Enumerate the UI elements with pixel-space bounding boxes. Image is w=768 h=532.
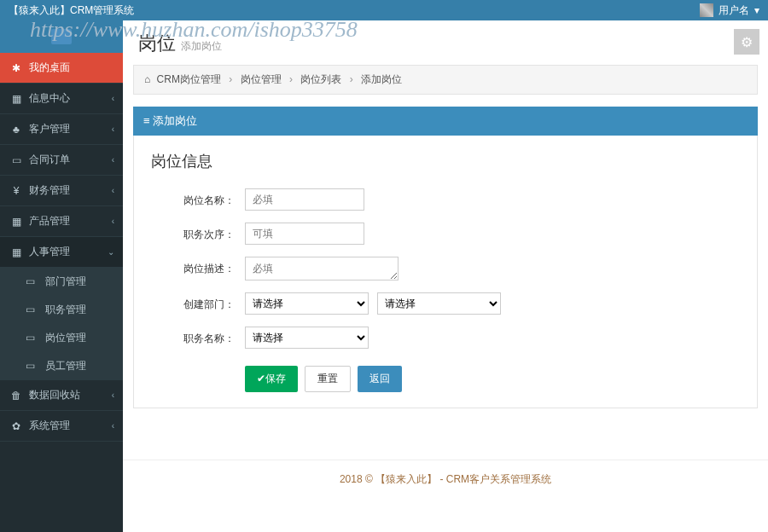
settings-button[interactable]: ⚙ [734, 29, 759, 55]
sidebar: ✱ 我的桌面 ▦ 信息中心 ‹ ♣ 客户管理 ‹ ▭ 合同订单 ‹ ¥ 财务管理… [0, 20, 123, 532]
reset-button[interactable]: 重置 [305, 366, 351, 392]
home-icon: ✱ [10, 62, 22, 74]
order-input[interactable] [245, 223, 364, 245]
dept-select-1[interactable]: 请选择 [245, 292, 369, 315]
chevron-left-icon: ‹ [112, 217, 114, 226]
chevron-left-icon: ‹ [112, 124, 114, 134]
avatar [700, 3, 713, 17]
button-row: ✔保存 重置 返回 [245, 366, 740, 392]
panel-body: 岗位信息 岗位名称： 职务次序： 岗位描述： 创建部门： [133, 136, 758, 408]
file-icon: ▭ [10, 154, 22, 166]
chevron-left-icon: ‹ [112, 94, 114, 103]
sidebar-item-label: 职务管理 [45, 304, 86, 315]
breadcrumb-item[interactable]: 岗位管理 [241, 73, 282, 85]
sidebar-item-label: 财务管理 [29, 183, 70, 198]
grid-icon: ▦ [10, 216, 22, 228]
chevron-left-icon: ‹ [112, 390, 114, 400]
form-row-dept: 创建部门： 请选择 请选择 [151, 292, 740, 315]
breadcrumb-separator: › [289, 73, 293, 85]
back-button[interactable]: 返回 [358, 366, 402, 392]
sidebar-item-label: 信息中心 [29, 91, 70, 106]
grid-icon: ▦ [10, 246, 22, 258]
sidebar-item-hr[interactable]: ▦ 人事管理 ⌄ [0, 237, 123, 268]
sidebar-item-label: 合同订单 [29, 153, 70, 167]
gear-icon: ⚙ [741, 34, 753, 50]
sidebar-item-label: 人事管理 [29, 245, 70, 259]
save-button[interactable]: ✔保存 [245, 366, 298, 392]
sidebar-subitem-duty[interactable]: ▭ 职务管理 [0, 296, 123, 324]
sidebar-item-label: 员工管理 [45, 360, 86, 372]
page-header: 岗位 添加岗位 ⚙ [123, 20, 768, 65]
sidebar-item-info[interactable]: ▦ 信息中心 ‹ [0, 84, 123, 114]
sidebar-item-label: 部门管理 [45, 275, 86, 287]
sidebar-item-customer[interactable]: ♣ 客户管理 ‹ [0, 114, 123, 145]
file-icon: ▭ [26, 304, 38, 315]
gear-icon: ✿ [10, 420, 22, 432]
form-panel: ≡ 添加岗位 岗位信息 岗位名称： 职务次序： 岗位描述： 创建部门： [133, 107, 758, 408]
users-icon: ♣ [10, 124, 22, 136]
yen-icon: ¥ [10, 185, 22, 197]
dept-label: 创建部门： [151, 292, 245, 312]
chevron-down-icon: ▾ [754, 0, 759, 20]
topbar: 【猿来入此】CRM管理系统 用户名 ▾ [0, 0, 768, 20]
user-menu[interactable]: 用户名 ▾ [700, 0, 759, 20]
chevron-left-icon: ‹ [112, 421, 114, 431]
dept-select-2[interactable]: 请选择 [377, 292, 501, 315]
grid-icon: ▦ [10, 93, 22, 105]
page-title: 岗位 [138, 31, 176, 56]
sidebar-item-system[interactable]: ✿ 系统管理 ‹ [0, 411, 123, 442]
trash-icon: 🗑 [10, 390, 22, 402]
sidebar-submenu: ▭ 部门管理 ▭ 职务管理 ▭ 岗位管理 ▭ 员工管理 [0, 268, 123, 380]
form-row-jobname: 职务名称： 请选择 [151, 327, 740, 349]
check-icon: ✔ [257, 373, 265, 385]
file-icon: ▭ [26, 360, 38, 372]
sidebar-item-label: 客户管理 [29, 122, 70, 136]
form-row-name: 岗位名称： [151, 188, 740, 211]
logo-box[interactable] [0, 20, 123, 53]
page-subtitle: 添加岗位 [181, 39, 222, 54]
chevron-left-icon: ‹ [112, 155, 114, 165]
desc-textarea[interactable] [245, 257, 399, 280]
logo-icon [51, 29, 72, 44]
jobname-label: 职务名称： [151, 327, 245, 346]
name-label: 岗位名称： [151, 188, 245, 208]
form-row-order: 职务次序： [151, 223, 740, 245]
sidebar-item-recycle[interactable]: 🗑 数据回收站 ‹ [0, 380, 123, 411]
main-content: 岗位 添加岗位 ⚙ ⌂ CRM岗位管理 › 岗位管理 › 岗位列表 › 添加岗位… [123, 20, 768, 532]
file-icon: ▭ [26, 332, 38, 344]
user-label: 用户名 [719, 0, 749, 20]
breadcrumb: ⌂ CRM岗位管理 › 岗位管理 › 岗位列表 › 添加岗位 [133, 65, 758, 95]
sidebar-item-label: 我的桌面 [29, 61, 70, 75]
sidebar-item-desktop[interactable]: ✱ 我的桌面 [0, 53, 123, 84]
footer: 2018 © 【猿来入此】 - CRM客户关系管理系统 [123, 460, 768, 499]
app-title: 【猿来入此】CRM管理系统 [9, 0, 134, 20]
sidebar-item-label: 系统管理 [29, 419, 70, 433]
order-label: 职务次序： [151, 223, 245, 242]
sidebar-subitem-dept[interactable]: ▭ 部门管理 [0, 268, 123, 296]
sidebar-subitem-staff[interactable]: ▭ 员工管理 [0, 352, 123, 380]
sidebar-item-label: 岗位管理 [45, 332, 86, 344]
sidebar-item-contract[interactable]: ▭ 合同订单 ‹ [0, 145, 123, 176]
name-input[interactable] [245, 188, 364, 211]
sidebar-item-finance[interactable]: ¥ 财务管理 ‹ [0, 176, 123, 206]
desc-label: 岗位描述： [151, 257, 245, 276]
breadcrumb-item: 添加岗位 [361, 73, 402, 85]
jobname-select[interactable]: 请选择 [245, 327, 369, 349]
form-row-desc: 岗位描述： [151, 257, 740, 280]
panel-header: ≡ 添加岗位 [133, 107, 758, 136]
chevron-down-icon: ⌄ [108, 247, 114, 257]
breadcrumb-item[interactable]: 岗位列表 [300, 73, 341, 85]
file-icon: ▭ [26, 275, 38, 287]
breadcrumb-separator: › [229, 73, 232, 85]
sidebar-item-label: 产品管理 [29, 214, 70, 228]
sidebar-subitem-post[interactable]: ▭ 岗位管理 [0, 324, 123, 352]
section-title: 岗位信息 [151, 151, 740, 171]
breadcrumb-separator: › [350, 73, 353, 85]
chevron-left-icon: ‹ [112, 186, 114, 195]
sidebar-item-label: 数据回收站 [29, 388, 80, 402]
breadcrumb-item[interactable]: CRM岗位管理 [157, 73, 221, 85]
home-icon: ⌂ [144, 73, 150, 85]
sidebar-item-product[interactable]: ▦ 产品管理 ‹ [0, 206, 123, 237]
